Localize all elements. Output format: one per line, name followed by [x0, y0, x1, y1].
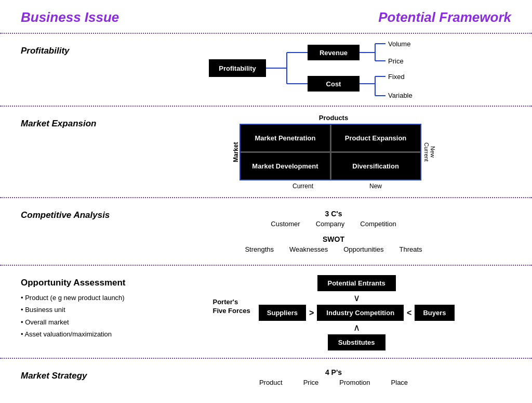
competitive-diagram-wrap: 3 C's Customer Company Competition SWOT … [245, 205, 422, 257]
porter-arrow-right: > [309, 308, 314, 318]
header: Business Issue Potential Framework [0, 0, 532, 31]
profitability-diagram: Profitability Revenue Cost [156, 41, 511, 98]
market-cell-penetration: Market Penetration [241, 125, 329, 151]
porter-arrow-up: ∧ [353, 323, 360, 332]
header-business-issue: Business Issue [21, 9, 119, 25]
market-expansion-diagram: Products Market Market Penetration Produ… [156, 114, 511, 190]
market-expansion-section: Market Expansion Products Market Market … [0, 109, 532, 195]
ms-promotion: Promotion [339, 379, 370, 386]
ca-row-swot: SWOT Strengths Weaknesses Opportunities … [245, 235, 422, 253]
competitive-analysis-title: Competitive Analysis [21, 210, 145, 221]
market-grid: Market Penetration Product Expansion Mar… [240, 124, 421, 180]
ca-threats: Threats [400, 245, 422, 253]
profitability-svg: Profitability Revenue Cost [209, 41, 458, 98]
opp-bullets: Product (e g new product launch) Busines… [21, 292, 145, 341]
ca-weaknesses: Weaknesses [289, 245, 328, 253]
competitive-analysis-diagram: 3 C's Customer Company Competition SWOT … [156, 205, 511, 257]
divider-2 [0, 197, 532, 198]
opp-bullet-3: Overall market [21, 316, 145, 328]
svg-text:Price: Price [388, 57, 404, 65]
ms-diagram-wrap: 4 P's Product Price Promotion Place [259, 366, 408, 389]
competitive-analysis-section: Competitive Analysis 3 C's Customer Comp… [0, 200, 532, 263]
opportunity-assessment-section: Opportunity Assessment Product (e g new … [0, 268, 532, 356]
porter-title: Porter'sFive Forces [213, 275, 250, 316]
svg-text:Revenue: Revenue [320, 49, 348, 57]
header-potential-framework: Potential Framework [378, 9, 511, 25]
market-cell-product-expansion: Product Expansion [331, 125, 420, 151]
opp-bullet-2: Business unit [21, 304, 145, 316]
market-bottom-current: Current [292, 183, 313, 190]
ms-product: Product [259, 379, 283, 386]
market-bottom-new: New [369, 183, 382, 190]
opp-diagram: Porter'sFive Forces Potential Entrants ∨… [156, 273, 511, 350]
divider-4 [0, 358, 532, 359]
porter-arrow-down: ∨ [353, 293, 360, 303]
market-side-label: Market [231, 124, 240, 180]
porter-arrow-left: < [407, 308, 411, 318]
svg-text:Volume: Volume [388, 41, 410, 48]
profitability-title: Profitability [21, 45, 145, 57]
svg-text:Variable: Variable [388, 92, 413, 98]
ca-competition: Competition [360, 220, 396, 228]
porter-diagram: Potential Entrants ∨ Suppliers > Industr… [259, 275, 455, 350]
opp-bullet-4: Asset valuation/maximization [21, 328, 145, 340]
opp-title: Opportunity Assessment [21, 277, 145, 289]
svg-text:Fixed: Fixed [388, 73, 405, 81]
ms-price: Price [303, 379, 319, 386]
svg-text:Cost: Cost [326, 80, 342, 88]
porter-buyers: Buyers [415, 305, 454, 321]
market-right-current: Current [423, 142, 430, 162]
divider-1 [0, 106, 532, 107]
market-strategy-diagram: 4 P's Product Price Promotion Place [156, 366, 511, 389]
porter-suppliers: Suppliers [259, 305, 306, 321]
opp-left: Opportunity Assessment Product (e g new … [21, 273, 156, 341]
ca-swot-label: SWOT [323, 235, 344, 243]
competitive-analysis-left: Competitive Analysis [21, 205, 156, 221]
market-cell-development: Market Development [241, 153, 329, 179]
market-bottom-labels: Current New [264, 180, 410, 190]
porter-industry-competition: Industry Competition [317, 305, 404, 321]
opp-bullet-1: Product (e g new product launch) [21, 292, 145, 304]
ms-place: Place [391, 379, 408, 386]
market-right-labels: Current New [421, 124, 436, 180]
profitability-section: Profitability Profitability Revenue [0, 36, 532, 103]
profitability-left: Profitability [21, 41, 156, 57]
market-strategy-left: Market Strategy [21, 366, 156, 382]
market-strategy-section: Market Strategy 4 P's Product Price Prom… [0, 361, 532, 397]
page: Business Issue Potential Framework Profi… [0, 0, 532, 397]
porter-potential-entrants: Potential Entrants [317, 275, 396, 291]
ca-strengths: Strengths [245, 245, 274, 253]
ca-row-3cs: 3 C's Customer Company Competition [271, 210, 396, 228]
svg-text:Profitability: Profitability [219, 64, 256, 72]
market-right-new: New [430, 146, 436, 158]
divider-3 [0, 265, 532, 266]
market-strategy-title: Market Strategy [21, 370, 145, 382]
ms-4ps-label: 4 P's [325, 368, 342, 376]
ca-customer: Customer [271, 220, 300, 228]
ca-3cs-items: Customer Company Competition [271, 220, 396, 228]
porter-substitutes: Substitutes [328, 334, 385, 350]
market-expansion-title: Market Expansion [21, 118, 145, 129]
market-expansion-left: Market Expansion [21, 114, 156, 129]
divider-top [0, 33, 532, 34]
ca-swot-items: Strengths Weaknesses Opportunities Threa… [245, 245, 422, 253]
ca-opportunities: Opportunities [343, 245, 383, 253]
ca-3cs-label: 3 C's [325, 210, 342, 218]
porter-middle-row: Suppliers > Industry Competition < Buyer… [259, 305, 455, 321]
ms-items: Product Price Promotion Place [259, 379, 408, 386]
ca-company: Company [316, 220, 345, 228]
market-cell-diversification: Diversification [331, 153, 420, 179]
market-products-label: Products [319, 114, 348, 122]
